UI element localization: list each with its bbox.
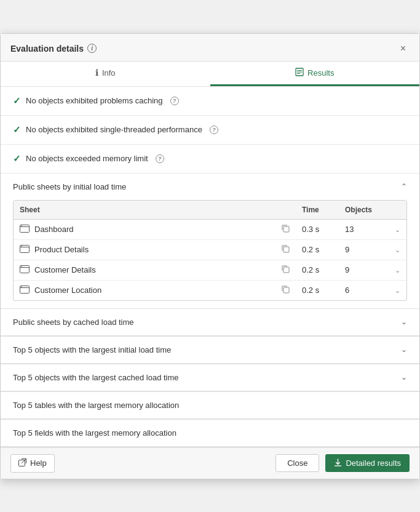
download-icon — [334, 458, 342, 468]
modal-footer: Help Close Detailed results — [1, 447, 419, 479]
sheet-name-customer-location: Customer Location — [14, 280, 275, 300]
objects-customer-details: 9 — [339, 260, 388, 280]
section-cached-label: Public sheets by cached load time — [13, 318, 134, 327]
modal-title: Evaluation details i — [10, 44, 97, 54]
section-top5-memory-fields-header[interactable]: Top 5 fields with the largest memory all… — [1, 420, 419, 447]
tab-info-label: Info — [102, 68, 116, 78]
objects-dashboard: 13 — [339, 219, 388, 239]
section-top5-initial: Top 5 objects with the largest initial l… — [1, 337, 419, 364]
sheet-icon-customer-location — [20, 286, 30, 295]
section-cached-chevron: ⌄ — [401, 318, 407, 326]
copy-icon-customer-details[interactable] — [275, 260, 296, 280]
svg-rect-15 — [283, 267, 289, 273]
close-button[interactable]: Close — [275, 454, 319, 472]
section-top5-cached-header[interactable]: Top 5 objects with the largest cached lo… — [1, 364, 419, 391]
section-top5-memory-fields: Top 5 fields with the largest memory all… — [1, 420, 419, 447]
sheet-name-product: Product Details — [14, 239, 275, 260]
table-row: Customer Location 0.2 s 6 — [14, 280, 406, 300]
objects-customer-location: 6 — [339, 280, 388, 300]
sheet-name-dashboard: Dashboard — [14, 219, 275, 239]
modal-body: ✓ No objects exhibited problems caching … — [1, 87, 419, 447]
memory-help-icon[interactable]: ? — [156, 154, 164, 163]
section-top5-cached-label: Top 5 objects with the largest cached lo… — [13, 373, 179, 382]
sheet-icon-product — [20, 245, 30, 255]
col-sheet-header: Sheet — [14, 201, 275, 220]
section-top5-memory-tables-header[interactable]: Top 5 tables with the largest memory all… — [1, 392, 419, 419]
expand-dashboard[interactable]: ⌄ — [388, 219, 406, 239]
tab-results-label: Results — [307, 68, 334, 78]
tabs-bar: ℹ Info Results — [1, 62, 419, 87]
detailed-results-button[interactable]: Detailed results — [325, 454, 410, 472]
section-top5-initial-header[interactable]: Top 5 objects with the largest initial l… — [1, 337, 419, 364]
results-tab-icon — [295, 68, 304, 78]
col-time-header: Time — [296, 201, 339, 220]
copy-icon-product[interactable] — [275, 239, 296, 260]
help-label: Help — [30, 458, 47, 468]
check-caching: ✓ No objects exhibited problems caching … — [1, 87, 419, 116]
initial-load-table-container: Sheet Time Objects — [13, 200, 407, 301]
expand-customer-details[interactable]: ⌄ — [388, 260, 406, 280]
expand-product[interactable]: ⌄ — [388, 239, 406, 260]
help-link-icon — [18, 458, 26, 468]
check-threaded-icon: ✓ — [13, 124, 21, 135]
section-initial-label: Public sheets by initial load time — [13, 182, 126, 191]
table-row: Customer Details 0.2 s 9 — [14, 260, 406, 280]
copy-icon-dashboard[interactable] — [275, 219, 296, 239]
close-icon[interactable]: × — [397, 42, 410, 55]
caching-help-icon[interactable]: ? — [170, 97, 179, 105]
modal-header: Evaluation details i × — [1, 34, 419, 62]
tab-info[interactable]: ℹ Info — [1, 62, 210, 86]
objects-product: 9 — [339, 239, 388, 260]
section-initial-header[interactable]: Public sheets by initial load time ⌃ — [1, 174, 419, 200]
expand-customer-location[interactable]: ⌄ — [388, 280, 406, 300]
check-threaded-text: No objects exhibited single-threaded per… — [26, 125, 202, 134]
svg-rect-19 — [283, 287, 289, 293]
section-top5-cached: Top 5 objects with the largest cached lo… — [1, 364, 419, 392]
svg-rect-11 — [283, 247, 289, 252]
col-expand-header — [388, 201, 406, 220]
time-dashboard: 0.3 s — [296, 219, 339, 239]
svg-line-21 — [22, 458, 26, 463]
section-cached-load: Public sheets by cached load time ⌄ — [1, 309, 419, 337]
detailed-results-label: Detailed results — [346, 458, 401, 468]
sheet-name-customer-details: Customer Details — [14, 260, 275, 280]
threaded-help-icon[interactable]: ? — [210, 126, 218, 134]
sheet-icon-dashboard — [20, 225, 30, 234]
section-top5-initial-chevron: ⌄ — [401, 345, 407, 354]
check-caching-icon: ✓ — [13, 95, 21, 106]
col-copy-header — [275, 201, 296, 220]
time-customer-details: 0.2 s — [296, 260, 339, 280]
section-top5-memory-tables: Top 5 tables with the largest memory all… — [1, 392, 419, 420]
info-tab-icon: ℹ — [95, 68, 98, 78]
section-initial-chevron: ⌃ — [401, 182, 407, 191]
copy-icon-customer-location[interactable] — [275, 280, 296, 300]
footer-right-buttons: Close Detailed results — [275, 454, 410, 472]
section-top5-cached-chevron: ⌄ — [401, 373, 407, 382]
initial-load-table: Sheet Time Objects — [14, 201, 406, 300]
time-customer-location: 0.2 s — [296, 280, 339, 300]
sheet-icon-customer-details — [20, 265, 30, 275]
svg-rect-7 — [283, 226, 289, 232]
section-top5-memory-tables-label: Top 5 tables with the largest memory all… — [13, 401, 179, 410]
section-top5-memory-fields-label: Top 5 fields with the largest memory all… — [13, 428, 176, 438]
help-button[interactable]: Help — [10, 454, 55, 473]
section-public-sheets-initial: Public sheets by initial load time ⌃ She… — [1, 174, 419, 309]
tab-results[interactable]: Results — [210, 62, 420, 86]
check-memory: ✓ No objects exceeded memory limit ? — [1, 145, 419, 174]
table-row: Product Details 0.2 s 9 — [14, 239, 406, 260]
col-objects-header: Objects — [339, 201, 388, 220]
table-row: Dashboard 0.3 s 13 ⌄ — [14, 219, 406, 239]
title-text: Evaluation details — [10, 44, 84, 54]
check-single-threaded: ✓ No objects exhibited single-threaded p… — [1, 116, 419, 145]
section-cached-header[interactable]: Public sheets by cached load time ⌄ — [1, 309, 419, 336]
section-top5-initial-label: Top 5 objects with the largest initial l… — [13, 345, 171, 354]
evaluation-details-modal: Evaluation details i × ℹ Info Results — [0, 33, 420, 479]
check-memory-text: No objects exceeded memory limit — [26, 154, 148, 163]
check-caching-text: No objects exhibited problems caching — [26, 96, 163, 105]
time-product: 0.2 s — [296, 239, 339, 260]
title-info-icon[interactable]: i — [87, 44, 97, 53]
check-memory-icon: ✓ — [13, 153, 21, 164]
